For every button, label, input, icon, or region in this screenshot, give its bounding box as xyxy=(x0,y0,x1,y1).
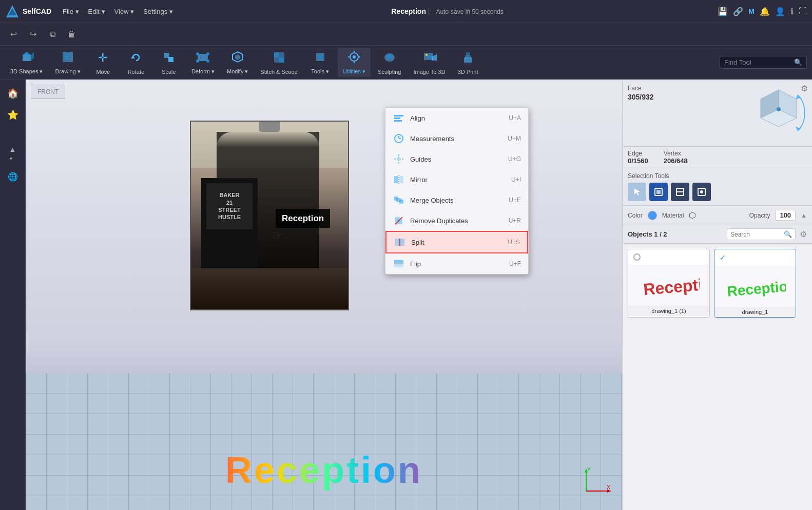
tool-tools[interactable]: Tools ▾ xyxy=(305,48,336,77)
profile-icon[interactable]: 👤 xyxy=(775,7,785,16)
objects-settings-gear[interactable]: ⚙ xyxy=(800,229,807,239)
sel-btn-select-edge[interactable] xyxy=(671,183,689,201)
tool-modify[interactable]: Modify ▾ xyxy=(222,48,253,77)
star-icon[interactable]: ⭐ xyxy=(4,106,22,124)
undo-button[interactable]: ↩ xyxy=(5,26,22,43)
tool-scale[interactable]: Scale xyxy=(153,48,184,77)
orientation-cube[interactable] xyxy=(750,85,807,141)
tool-sculpting-label: Sculpting xyxy=(378,69,401,75)
toolbar2: ↩ ↪ ⧉ 🗑 xyxy=(0,23,812,45)
find-tool-icon[interactable]: 🔍 xyxy=(794,58,802,66)
object-thumb-1: Reception xyxy=(628,265,709,306)
redo-button[interactable]: ↪ xyxy=(25,26,41,43)
object-check-2[interactable]: ✓ xyxy=(720,253,726,262)
utilities-icon xyxy=(347,50,361,67)
tool-deform[interactable]: Deform ▾ xyxy=(186,48,220,77)
delete-button[interactable]: 🗑 xyxy=(64,26,80,43)
mirror-shortcut: U+I xyxy=(511,176,521,183)
tool-sculpting[interactable]: Sculpting xyxy=(373,48,406,77)
rotate-icon xyxy=(129,50,143,68)
flip-shortcut: U+F xyxy=(509,260,521,267)
save-icon[interactable]: 💾 xyxy=(718,7,728,16)
objects-panel: Objects 1 / 2 🔍 ⚙ Reception xyxy=(623,225,812,510)
remove-duplicates-shortcut: U+R xyxy=(509,217,521,224)
svg-point-16 xyxy=(206,52,209,55)
sel-btn-select-face[interactable] xyxy=(649,183,668,201)
menu-settings[interactable]: Settings ▾ xyxy=(139,6,177,17)
dropdown-merge-objects[interactable]: Merge Objects U+E xyxy=(385,190,528,210)
remove-duplicates-icon xyxy=(393,214,405,227)
find-tool-input[interactable] xyxy=(724,58,791,66)
content-area: 🏠 ⭐ ▲▼ 🌐 FRONT BAKER21STREETHUSTLE xyxy=(0,80,812,510)
sel-btn-arrow[interactable] xyxy=(628,183,646,201)
topbar: SelfCAD File ▾ Edit ▾ View ▾ Settings ▾ … xyxy=(0,0,812,23)
menu-view[interactable]: View ▾ xyxy=(110,6,139,17)
info-icon[interactable]: ℹ xyxy=(790,7,794,16)
remove-duplicates-label: Remove Duplicates xyxy=(410,217,468,225)
align-shortcut: U+A xyxy=(509,114,521,122)
tool-deform-label: Deform ▾ xyxy=(191,68,215,75)
title-area: Reception | Auto-save in 50 seconds xyxy=(184,7,711,15)
objects-header: Objects 1 / 2 🔍 ⚙ xyxy=(623,225,812,244)
notifications-icon[interactable]: 🔔 xyxy=(760,7,770,16)
fullscreen-icon[interactable]: ⛶ xyxy=(799,7,807,16)
tool-rotate[interactable]: Rotate xyxy=(121,48,151,77)
tool-utilities[interactable]: Utilities ▾ xyxy=(338,48,371,77)
selection-tools-label: Selection Tools xyxy=(628,172,807,180)
svg-rect-41 xyxy=(466,52,470,56)
tool-image-to-3d[interactable]: Image To 3D xyxy=(408,48,450,77)
tool-modify-label: Modify ▾ xyxy=(227,68,248,75)
object-card-1[interactable]: Reception drawing_1 (1) xyxy=(628,249,710,318)
edge-label: Edge xyxy=(628,150,648,157)
layers-icon[interactable]: ▲▼ xyxy=(6,142,20,165)
dropdown-measurements[interactable]: Measurements U+M xyxy=(385,128,528,149)
svg-rect-2 xyxy=(23,55,31,61)
scale-icon xyxy=(162,50,176,68)
menu-file[interactable]: File ▾ xyxy=(59,6,83,17)
copy-button[interactable]: ⧉ xyxy=(44,26,61,43)
svg-rect-6 xyxy=(65,54,71,55)
dropdown-mirror[interactable]: Mirror U+I xyxy=(385,169,528,190)
share-icon[interactable]: 🔗 xyxy=(733,7,743,16)
tool-move[interactable]: ✛ Move xyxy=(88,48,119,77)
move-icon: ✛ xyxy=(96,50,110,68)
vertex-value: 206/648 xyxy=(664,157,688,165)
objects-title: Objects 1 / 2 xyxy=(628,230,723,238)
svg-rect-49 xyxy=(394,117,400,119)
object-radio-1[interactable] xyxy=(633,253,641,261)
dropdown-guides[interactable]: Guides U+G xyxy=(385,149,528,169)
tool-stitch-scoop-label: Stitch & Scoop xyxy=(260,69,297,75)
objects-search-icon[interactable]: 🔍 xyxy=(784,230,792,238)
viewport[interactable]: FRONT BAKER21STREETHUSTLE Reception xyxy=(26,80,622,510)
face-label: Face xyxy=(628,85,745,92)
dropdown-split[interactable]: Split U+S xyxy=(385,231,528,253)
mirror-icon xyxy=(393,173,405,186)
topbar-actions: 💾 🔗 M 🔔 👤 ℹ ⛶ xyxy=(718,7,807,16)
tool-3d-print[interactable]: 3D Print xyxy=(453,48,484,77)
opacity-up[interactable]: ▲ xyxy=(801,212,807,219)
edge-vertex-panel: Edge 0/1560 Vertex 206/648 xyxy=(623,147,812,168)
earth-icon[interactable]: 🌐 xyxy=(5,169,21,185)
color-picker[interactable] xyxy=(648,211,657,220)
tool-stitch-scoop[interactable]: Stitch & Scoop xyxy=(255,48,302,77)
app-logo[interactable]: SelfCAD xyxy=(5,4,51,18)
objects-search-input[interactable] xyxy=(730,231,782,238)
material-icon[interactable]: M xyxy=(748,7,755,15)
app-name: SelfCAD xyxy=(23,7,51,15)
object-card-2[interactable]: ✓ Reception drawing_1 xyxy=(714,249,796,318)
home-icon[interactable]: 🏠 xyxy=(4,85,22,102)
sel-btn-select-vertex[interactable] xyxy=(692,183,711,201)
modify-icon xyxy=(230,50,245,67)
object-thumb-2: Reception xyxy=(714,266,796,307)
material-picker[interactable]: ⬡ xyxy=(689,210,699,221)
svg-text:X: X xyxy=(607,484,610,490)
dropdown-align[interactable]: Align U+A xyxy=(385,108,528,128)
tool-drawing[interactable]: Drawing ▾ xyxy=(50,48,85,77)
tool-3d-shapes[interactable]: 3D Shapes ▾ xyxy=(5,48,48,77)
dropdown-flip[interactable]: Flip U+F xyxy=(385,253,528,274)
vertex-label: Vertex xyxy=(664,150,688,157)
svg-marker-10 xyxy=(131,55,135,58)
dropdown-remove-duplicates[interactable]: Remove Duplicates U+R xyxy=(385,210,528,231)
menu-edit[interactable]: Edit ▾ xyxy=(84,6,109,17)
cube-settings-gear[interactable]: ⚙ xyxy=(801,84,808,93)
